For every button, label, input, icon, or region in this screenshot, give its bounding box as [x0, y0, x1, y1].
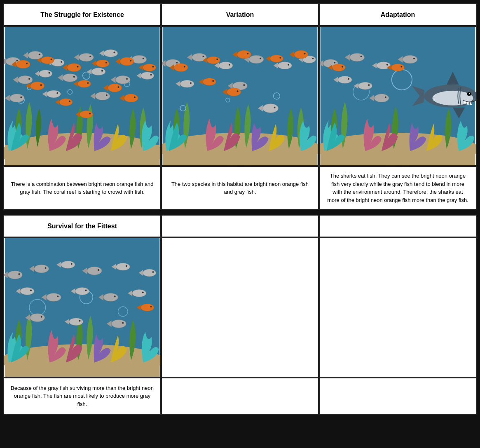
- svg-point-210: [116, 263, 130, 270]
- caption-row-2: Because of the gray fish surviving more …: [3, 378, 477, 415]
- svg-point-215: [152, 271, 154, 273]
- svg-point-55: [16, 60, 30, 68]
- svg-point-31: [39, 70, 52, 77]
- svg-point-161: [386, 64, 388, 66]
- caption-empty-2: [319, 378, 477, 415]
- svg-point-233: [41, 316, 42, 318]
- svg-point-118: [190, 82, 192, 84]
- svg-point-187: [469, 93, 470, 94]
- caption-variation: The two species in this habitat are brig…: [161, 166, 319, 210]
- svg-point-142: [212, 80, 214, 82]
- svg-point-30: [28, 78, 30, 80]
- svg-point-37: [91, 68, 105, 75]
- svg-point-24: [114, 52, 115, 53]
- svg-point-239: [122, 322, 124, 324]
- svg-point-128: [207, 56, 220, 64]
- svg-point-18: [61, 61, 62, 63]
- svg-point-234: [69, 318, 83, 326]
- svg-point-225: [103, 293, 118, 301]
- svg-point-134: [270, 55, 283, 62]
- svg-point-171: [358, 82, 372, 89]
- svg-point-127: [184, 66, 185, 68]
- svg-point-106: [229, 64, 230, 66]
- svg-point-57: [26, 63, 28, 64]
- svg-point-136: [279, 57, 281, 59]
- image-struggle: [3, 26, 161, 166]
- svg-point-156: [350, 53, 365, 61]
- svg-point-19: [79, 53, 94, 61]
- svg-point-207: [87, 267, 102, 275]
- svg-point-81: [117, 86, 119, 88]
- svg-point-40: [116, 76, 131, 84]
- svg-point-203: [45, 267, 47, 269]
- svg-point-63: [77, 66, 79, 68]
- svg-point-174: [332, 64, 345, 71]
- svg-point-27: [143, 58, 144, 59]
- image-adaptation: [319, 26, 477, 166]
- svg-point-100: [176, 62, 178, 63]
- image-empty-1: [161, 237, 319, 378]
- svg-point-34: [63, 74, 77, 82]
- svg-point-204: [61, 261, 75, 268]
- svg-point-84: [69, 101, 70, 102]
- svg-point-87: [134, 96, 136, 98]
- svg-point-39: [101, 70, 103, 72]
- svg-point-155: [334, 62, 335, 63]
- caption-adaptation: The sharks eat fish. They can see the br…: [319, 166, 477, 210]
- svg-point-107: [249, 55, 264, 63]
- svg-point-198: [8, 271, 23, 279]
- svg-point-88: [80, 111, 93, 118]
- title-variation: Variation: [161, 3, 319, 26]
- svg-point-218: [30, 290, 32, 291]
- svg-point-201: [34, 265, 49, 273]
- svg-point-143: [227, 88, 241, 96]
- svg-point-82: [59, 99, 73, 106]
- svg-point-49: [47, 90, 61, 98]
- svg-point-48: [20, 96, 22, 98]
- svg-point-231: [30, 314, 45, 322]
- svg-point-22: [104, 49, 118, 57]
- svg-point-176: [342, 66, 343, 68]
- svg-point-137: [294, 50, 308, 59]
- svg-point-42: [126, 78, 128, 80]
- svg-point-140: [203, 78, 216, 86]
- svg-point-164: [413, 58, 415, 59]
- image-survival: [3, 237, 161, 378]
- svg-point-78: [87, 82, 89, 84]
- svg-point-109: [260, 58, 261, 59]
- title-survival: Survival for the Fittest: [3, 215, 161, 237]
- svg-point-45: [150, 74, 152, 76]
- svg-point-222: [75, 288, 89, 295]
- svg-point-60: [50, 59, 52, 60]
- svg-point-28: [18, 76, 33, 84]
- svg-point-173: [368, 84, 370, 86]
- svg-point-115: [312, 58, 314, 59]
- svg-point-236: [79, 320, 81, 322]
- svg-point-15: [39, 54, 40, 55]
- svg-point-46: [10, 94, 25, 102]
- svg-rect-3: [5, 145, 160, 165]
- svg-point-61: [67, 63, 81, 72]
- svg-point-130: [216, 59, 218, 60]
- caption-empty-1: [161, 378, 319, 415]
- svg-point-21: [89, 56, 91, 57]
- title-row-1: The Struggle for Existence Variation Ada…: [3, 3, 477, 26]
- svg-point-64: [96, 60, 109, 67]
- svg-point-228: [132, 290, 146, 297]
- svg-point-179: [400, 66, 402, 68]
- svg-point-168: [374, 94, 389, 102]
- svg-point-58: [41, 56, 54, 64]
- svg-point-131: [237, 50, 251, 59]
- svg-point-185: [433, 91, 473, 106]
- svg-point-51: [56, 92, 58, 94]
- svg-point-200: [18, 273, 20, 275]
- svg-point-121: [243, 84, 245, 86]
- svg-point-213: [143, 269, 156, 277]
- svg-point-139: [304, 53, 306, 54]
- svg-point-52: [95, 92, 110, 100]
- svg-point-25: [132, 55, 147, 63]
- image-row-2: [3, 237, 477, 378]
- svg-point-73: [30, 82, 44, 90]
- svg-point-221: [57, 296, 59, 297]
- svg-point-66: [105, 62, 107, 63]
